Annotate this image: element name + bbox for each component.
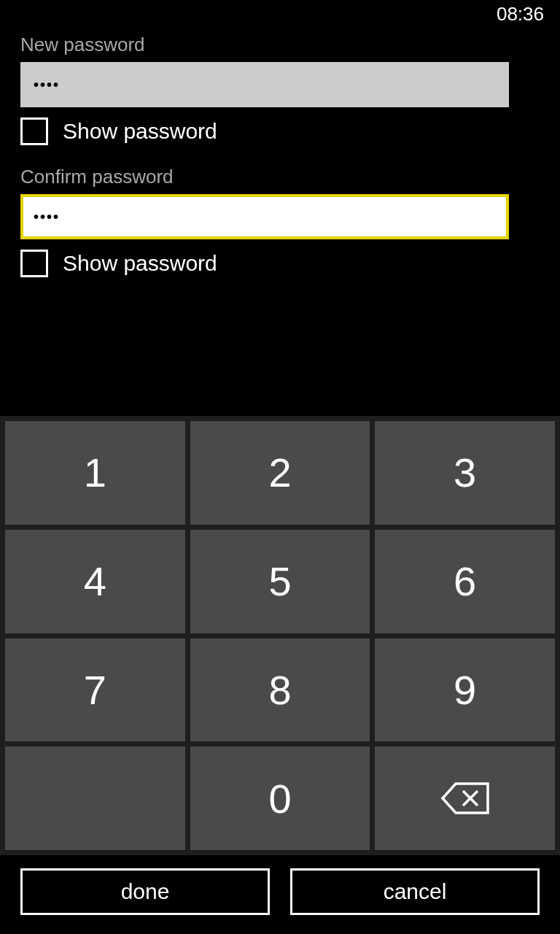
confirm-password-masked: •••• (34, 209, 60, 225)
key-4[interactable]: 4 (5, 530, 185, 633)
new-password-label: New password (20, 34, 540, 56)
password-form: New password •••• Show password Confirm … (0, 34, 560, 305)
key-9[interactable]: 9 (375, 638, 555, 742)
numeric-keypad: 1 2 3 4 5 6 7 8 9 0 (0, 416, 560, 855)
key-3[interactable]: 3 (375, 421, 555, 525)
backspace-icon (440, 781, 491, 816)
done-button[interactable]: done (20, 868, 270, 915)
key-1[interactable]: 1 (5, 421, 185, 525)
key-8[interactable]: 8 (190, 638, 370, 742)
action-bar: done cancel (0, 855, 560, 934)
key-7[interactable]: 7 (5, 638, 185, 742)
show-new-password-checkbox[interactable] (20, 117, 48, 145)
show-new-password-label: Show password (63, 119, 217, 144)
show-confirm-password-row[interactable]: Show password (20, 250, 540, 277)
confirm-password-label: Confirm password (20, 166, 540, 188)
key-0[interactable]: 0 (190, 746, 370, 850)
key-5[interactable]: 5 (190, 530, 370, 633)
key-6[interactable]: 6 (375, 530, 555, 633)
status-time: 08:36 (497, 3, 544, 26)
new-password-input[interactable]: •••• (20, 62, 509, 107)
confirm-password-input[interactable]: •••• (20, 194, 509, 239)
cancel-button[interactable]: cancel (290, 868, 540, 915)
key-empty (5, 746, 185, 850)
show-new-password-row[interactable]: Show password (20, 117, 540, 145)
new-password-masked: •••• (34, 77, 60, 93)
show-confirm-password-checkbox[interactable] (20, 250, 48, 277)
key-backspace[interactable] (375, 746, 555, 850)
key-2[interactable]: 2 (190, 421, 370, 525)
status-bar: 08:36 (0, 0, 560, 28)
show-confirm-password-label: Show password (63, 251, 217, 276)
